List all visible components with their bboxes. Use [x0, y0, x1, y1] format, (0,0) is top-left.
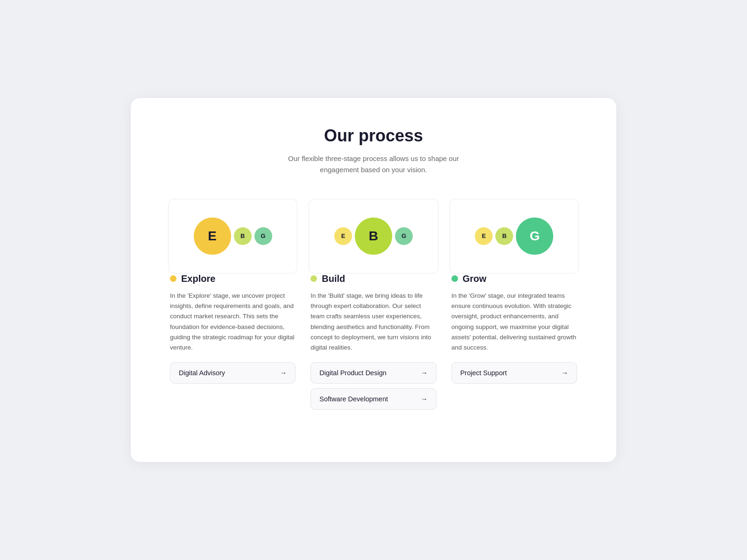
explore-circle-G: G	[254, 227, 272, 245]
grow-title: Grow	[451, 273, 577, 284]
digital-product-design-button[interactable]: Digital Product Design →	[310, 362, 436, 384]
digital-product-design-arrow: →	[421, 369, 428, 377]
digital-advisory-arrow: →	[280, 369, 287, 377]
stage-build-visual: E B G	[309, 199, 438, 273]
digital-product-design-label: Digital Product Design	[319, 369, 386, 377]
stage-grow: E B G Grow In the 'Grow' stage, our inte…	[450, 199, 579, 415]
build-dot	[310, 275, 317, 282]
explore-dot	[170, 275, 176, 282]
explore-title: Explore	[170, 273, 296, 284]
build-circle-E: E	[334, 227, 352, 245]
process-card: Our process Our flexible three-stage pro…	[131, 98, 616, 462]
software-development-label: Software Development	[319, 395, 388, 403]
explore-circles: E B G	[194, 217, 272, 255]
grow-circles: E B G	[475, 217, 553, 255]
grow-label: Grow	[463, 273, 486, 284]
explore-label: Explore	[181, 273, 215, 284]
explore-circle-B: B	[234, 227, 252, 245]
stage-explore-visual: E B G	[168, 199, 297, 273]
digital-advisory-label: Digital Advisory	[179, 369, 225, 377]
explore-circle-E: E	[194, 217, 231, 255]
build-content: Build In the 'Build' stage, we bring ide…	[309, 273, 438, 410]
build-circle-B: B	[355, 217, 392, 255]
build-circle-G: G	[395, 227, 413, 245]
grow-description: In the 'Grow' stage, our integrated team…	[451, 291, 577, 353]
software-development-button[interactable]: Software Development →	[310, 388, 436, 410]
grow-circle-G: G	[516, 217, 553, 255]
section-subtitle: Our flexible three-stage process allows …	[275, 153, 472, 175]
build-circles: E B G	[334, 217, 413, 255]
software-development-arrow: →	[421, 395, 428, 403]
section-header: Our process Our flexible three-stage pro…	[168, 126, 579, 175]
build-label: Build	[322, 273, 345, 284]
grow-circle-B: B	[495, 227, 513, 245]
section-title: Our process	[168, 126, 579, 146]
build-description: In the 'Build' stage, we bring ideas to …	[310, 291, 436, 353]
stage-explore: E B G Explore In the 'Explore' stage, we…	[168, 199, 297, 415]
stages-grid: E B G Explore In the 'Explore' stage, we…	[168, 199, 579, 415]
grow-dot	[451, 275, 458, 282]
stage-build: E B G Build In the 'Build' stage, we bri…	[309, 199, 438, 415]
build-title: Build	[310, 273, 436, 284]
explore-description: In the 'Explore' stage, we uncover proje…	[170, 291, 296, 353]
project-support-button[interactable]: Project Support →	[451, 362, 577, 384]
project-support-arrow: →	[562, 369, 569, 377]
grow-circle-E: E	[475, 227, 493, 245]
digital-advisory-button[interactable]: Digital Advisory →	[170, 362, 296, 384]
explore-content: Explore In the 'Explore' stage, we uncov…	[168, 273, 297, 384]
stage-grow-visual: E B G	[450, 199, 579, 273]
grow-content: Grow In the 'Grow' stage, our integrated…	[450, 273, 579, 384]
project-support-label: Project Support	[460, 369, 507, 377]
